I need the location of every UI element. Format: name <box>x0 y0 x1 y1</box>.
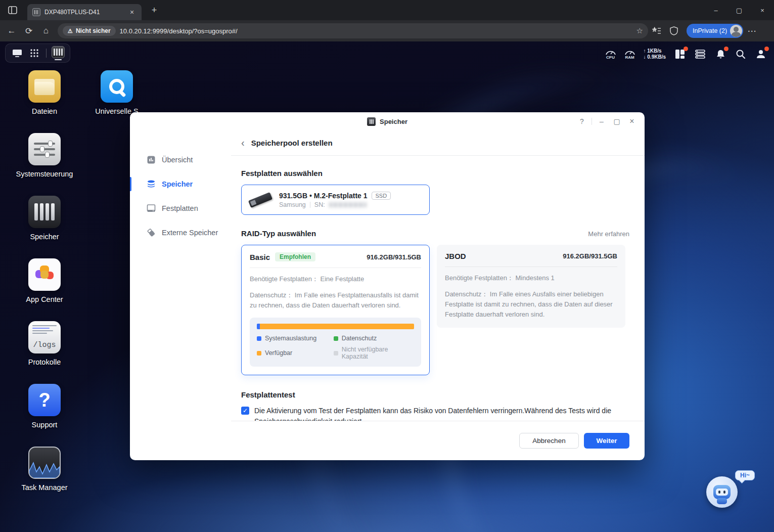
disk-vendor: Samsung <box>279 201 306 208</box>
inprivate-badge[interactable]: InPrivate (2) <box>687 24 743 38</box>
section-heading-disks: Festplatten auswählen <box>241 169 629 178</box>
sidebar-item-storage[interactable]: Speicher <box>130 172 231 196</box>
dialog-help-button[interactable]: ? <box>574 114 589 129</box>
cancel-button[interactable]: Abbrechen <box>519 433 579 449</box>
notifications-bell-icon[interactable] <box>714 48 726 60</box>
browser-menu-icon[interactable]: ⋯ <box>743 23 760 39</box>
sidebar-item-disks[interactable]: Festplatten <box>130 196 231 220</box>
raid-required-disks: Benötigte Festplatten： Mindestens 1 <box>445 273 617 283</box>
notification-dot <box>684 47 688 51</box>
browser-close-button[interactable]: × <box>751 0 774 20</box>
learn-more-link[interactable]: Mehr erfahren <box>588 230 629 238</box>
cpu-gauge-icon[interactable]: CPU <box>605 49 616 60</box>
browser-tab[interactable]: DXP480TPLUS-D41 × <box>27 4 142 20</box>
section-heading-raid: RAID-Typ auswählen <box>241 229 316 238</box>
legend-item-unavailable: Nicht verfügbare Kapazität <box>334 346 414 360</box>
wizard-title: Speicherpool erstellen <box>251 139 333 147</box>
wizard-header: ‹ Speicherpool erstellen <box>231 130 645 156</box>
upload-speed: ↑ 1KB/s <box>644 48 662 54</box>
tab-close-icon[interactable]: × <box>127 8 136 17</box>
taskbar-storage-app-icon[interactable] <box>51 46 66 61</box>
browser-shield-icon[interactable] <box>665 23 682 39</box>
legend-swatch <box>257 351 261 356</box>
storage-dialog: Speicher ? – ▢ × Übersicht <box>130 112 645 460</box>
performance-graph-icon <box>28 447 61 479</box>
browser-maximize-button[interactable]: ▢ <box>727 0 751 20</box>
desktop-icon-app-center[interactable]: App Center <box>14 258 75 303</box>
desktop-icon-control-panel[interactable]: Systemsteuerung <box>14 133 75 178</box>
disk-sn-label: SN: <box>314 201 325 208</box>
nas-desktop: CPU RAM ↑ 1KB/s ↓ 0.9KB/s <box>0 41 774 532</box>
wizard-footer: Abbrechen Weiter <box>231 421 645 460</box>
recommended-badge: Empfohlen <box>275 252 315 261</box>
tab-actions-icon[interactable] <box>5 4 20 17</box>
back-button[interactable]: ← <box>3 23 20 39</box>
raid-option-basic[interactable]: Basic Empfohlen 916.2GB/931.5GB Benötigt… <box>241 245 430 375</box>
raid-capacity: 916.2GB/931.5GB <box>563 252 617 260</box>
tab-favicon-icon <box>32 8 40 16</box>
raid-protection: Datenschutz： Im Falle eines Festplattena… <box>250 290 421 311</box>
dialog-maximize-button[interactable]: ▢ <box>609 114 624 129</box>
tab-title: DXP480TPLUS-D41 <box>44 9 123 16</box>
show-desktop-icon[interactable] <box>10 46 25 61</box>
search-icon[interactable] <box>735 48 747 60</box>
app-launcher-icon[interactable] <box>27 46 42 61</box>
disk-info-divider <box>310 202 310 208</box>
legend-swatch <box>257 336 261 341</box>
sidebar-item-label: Externe Speicher <box>162 229 218 237</box>
legend-item-system: Systemauslastung <box>257 335 334 342</box>
sidebar-item-external-storage[interactable]: Externe Speicher <box>130 220 231 245</box>
logs-icon: /logs <box>28 321 61 353</box>
app-center-icon <box>28 258 61 291</box>
raid-option-jbod[interactable]: JBOD 916.2GB/931.5GB Benötigte Festplatt… <box>437 245 625 328</box>
disk-test-checkbox[interactable]: ✓ <box>241 407 249 415</box>
folder-icon <box>28 70 61 103</box>
favorite-star-icon[interactable]: ☆ <box>636 26 643 35</box>
dialog-close-button[interactable]: × <box>624 114 640 129</box>
home-button[interactable]: ⌂ <box>37 23 55 39</box>
dialog-sidebar: Übersicht Speicher Festplatten Externe S… <box>130 130 231 460</box>
collections-icon[interactable] <box>648 23 665 39</box>
disk-title: 931.5GB • M.2-Festplatte 1 <box>279 192 368 200</box>
desktop-icon-storage[interactable]: Speicher <box>14 196 75 241</box>
reload-button[interactable]: ⟳ <box>20 23 37 39</box>
profile-avatar <box>730 25 742 37</box>
raid-protection: Datenschutz： Im Falle eines Ausfalls ein… <box>445 289 617 320</box>
sidebar-item-label: Festplatten <box>162 204 198 212</box>
task-list-icon[interactable] <box>694 48 706 60</box>
widgets-icon[interactable] <box>674 48 686 60</box>
dialog-controls-divider <box>591 118 592 125</box>
dialog-minimize-button[interactable]: – <box>594 114 609 129</box>
security-badge[interactable]: ⚠ Nicht sicher <box>63 26 116 36</box>
storage-app-icon <box>367 117 376 126</box>
desktop-icon-task-manager[interactable]: Task Manager <box>14 447 75 492</box>
address-bar[interactable]: ⚠ Nicht sicher 10.0.20.12:9999/desktop/?… <box>58 23 648 38</box>
ram-gauge-icon[interactable]: RAM <box>624 49 635 60</box>
assistant-mascot[interactable] <box>706 476 738 508</box>
next-button[interactable]: Weiter <box>584 433 629 449</box>
url-text[interactable]: 10.0.20.12:9999/desktop/?os=ugospro#/ <box>120 27 632 35</box>
capacity-panel: Systemauslastung Datenschutz Verfügbar N… <box>250 318 421 367</box>
desktop-icon-support[interactable]: ? Support <box>14 384 75 429</box>
network-speed[interactable]: ↑ 1KB/s ↓ 0.9KB/s <box>644 48 666 60</box>
notification-dot <box>764 47 769 51</box>
raid-capacity: 916.2GB/931.5GB <box>367 253 421 261</box>
wizard-content: Festplatten auswählen 931.5GB • M.2-Fest… <box>231 156 645 421</box>
warning-icon: ⚠ <box>68 28 73 34</box>
legend-item-protection: Datenschutz <box>334 335 414 342</box>
sidebar-item-overview[interactable]: Übersicht <box>130 148 231 172</box>
back-icon[interactable]: ‹ <box>241 138 245 148</box>
dialog-titlebar[interactable]: Speicher ? – ▢ × <box>130 112 645 130</box>
disk-card[interactable]: 931.5GB • M.2-Festplatte 1 SSD Samsung S… <box>241 185 430 215</box>
browser-tabstrip: DXP480TPLUS-D41 × + – ▢ × <box>0 0 774 20</box>
desktop-icon-logs[interactable]: /logs Protokolle <box>14 321 75 366</box>
desktop-icon-universal-search[interactable]: Universelle S <box>86 70 147 115</box>
desktop-icon-files[interactable]: Dateien <box>14 70 75 115</box>
inprivate-label: InPrivate (2) <box>693 27 727 34</box>
new-tab-button[interactable]: + <box>148 4 161 17</box>
user-account-icon[interactable] <box>755 48 767 60</box>
screen: DXP480TPLUS-D41 × + – ▢ × ← ⟳ ⌂ ⚠ Nicht … <box>0 0 774 532</box>
system-tray: CPU RAM ↑ 1KB/s ↓ 0.9KB/s <box>605 46 767 63</box>
browser-toolbar: ← ⟳ ⌂ ⚠ Nicht sicher 10.0.20.12:9999/des… <box>0 20 774 41</box>
browser-minimize-button[interactable]: – <box>704 0 727 20</box>
